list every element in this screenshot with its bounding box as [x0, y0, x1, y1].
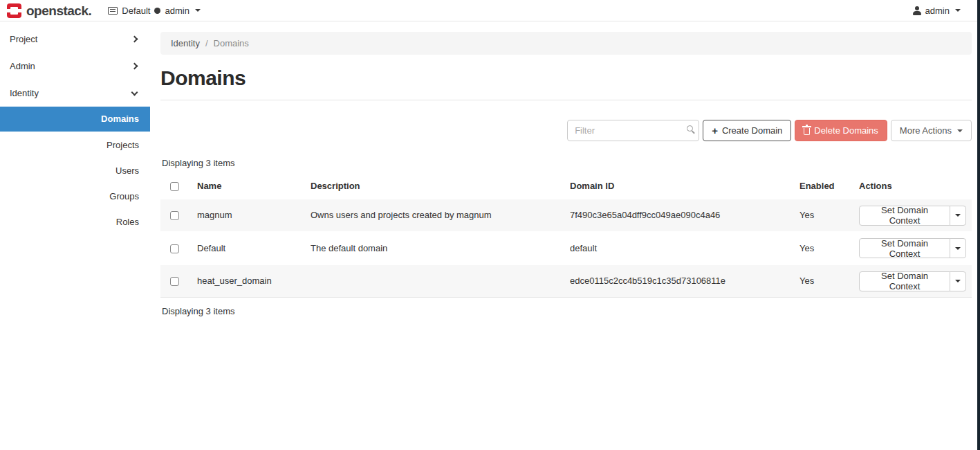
set-domain-context-button[interactable]: Set Domain Context	[859, 271, 950, 291]
row-actions: Set Domain Context	[859, 271, 966, 291]
sidebar-section-admin[interactable]: Admin	[0, 53, 150, 80]
sidebar-item-groups[interactable]: Groups	[0, 183, 150, 209]
row-checkbox[interactable]	[170, 277, 179, 286]
user-icon	[913, 6, 921, 15]
table-row: magnum Owns users and projects created b…	[160, 199, 972, 232]
column-header-actions: Actions	[853, 175, 972, 199]
domain-name-cell: magnum	[192, 199, 305, 232]
domain-description-cell: Owns users and projects created by magnu…	[305, 199, 564, 232]
create-domain-button[interactable]: + Create Domain	[703, 120, 791, 141]
domain-enabled-cell: Yes	[794, 232, 853, 265]
delete-domains-label: Delete Domains	[814, 125, 878, 136]
breadcrumb: Identity / Domains	[160, 32, 972, 55]
column-header-domain-id: Domain ID	[564, 175, 794, 199]
domain-enabled-cell: Yes	[794, 264, 853, 297]
domain-enabled-cell: Yes	[794, 199, 853, 232]
row-actions-dropdown-button[interactable]	[950, 271, 966, 291]
sidebar-section-project[interactable]: Project	[0, 26, 150, 53]
chevron-right-icon	[131, 36, 138, 43]
row-actions: Set Domain Context	[859, 238, 966, 258]
identity-submenu: Domains Projects Users Groups Roles	[0, 107, 150, 235]
bullet-separator-icon	[154, 8, 160, 14]
row-actions: Set Domain Context	[859, 206, 966, 226]
items-count-bottom: Displaying 3 items	[162, 306, 972, 316]
sidebar-section-identity[interactable]: Identity	[0, 80, 150, 107]
user-menu[interactable]: admin	[913, 6, 961, 16]
sidebar-item-domains[interactable]: Domains	[0, 107, 150, 132]
domains-table: Name Description Domain ID Enabled Actio…	[160, 175, 972, 298]
domain-list-icon	[108, 7, 118, 15]
column-header-enabled: Enabled	[794, 175, 853, 199]
chevron-down-icon	[955, 214, 961, 217]
set-domain-context-button[interactable]: Set Domain Context	[859, 238, 950, 258]
title-divider	[160, 100, 972, 100]
row-checkbox[interactable]	[170, 211, 179, 220]
sidebar-section-label: Admin	[10, 61, 35, 71]
search-icon	[687, 125, 693, 132]
brand-text: openstack.	[26, 4, 91, 17]
sidebar: Project Admin Identity Domains Projects …	[0, 21, 150, 449]
set-domain-context-button[interactable]: Set Domain Context	[859, 206, 950, 226]
username-label: admin	[925, 6, 950, 16]
domain-description-cell: The default domain	[305, 232, 564, 265]
column-header-name[interactable]: Name	[192, 175, 305, 199]
domain-id-cell: edce0115c2cc4b519c1c35d73106811e	[564, 264, 794, 297]
sidebar-section-label: Identity	[10, 88, 39, 98]
filter-input[interactable]	[567, 120, 699, 141]
column-header-description: Description	[305, 175, 564, 199]
openstack-brand[interactable]: openstack.	[7, 3, 91, 18]
table-row: heat_user_domain edce0115c2cc4b519c1c35d…	[160, 264, 972, 297]
table-toolbar: + Create Domain Delete Domains More Acti…	[160, 120, 972, 141]
row-actions-dropdown-button[interactable]	[950, 206, 966, 226]
page-title: Domains	[160, 66, 972, 90]
row-actions-dropdown-button[interactable]	[950, 238, 966, 258]
breadcrumb-current: Domains	[214, 38, 249, 48]
chevron-down-icon	[131, 89, 138, 96]
breadcrumb-separator: /	[205, 38, 208, 48]
chevron-down-icon	[195, 9, 201, 12]
chevron-down-icon	[955, 280, 961, 282]
domain-name-cell: heat_user_domain	[192, 264, 305, 297]
sidebar-item-projects[interactable]: Projects	[0, 132, 150, 158]
sidebar-item-roles[interactable]: Roles	[0, 209, 150, 235]
current-project-label: admin	[165, 6, 189, 16]
domain-name-cell: Default	[192, 232, 305, 265]
chevron-down-icon	[955, 9, 961, 12]
create-domain-label: Create Domain	[722, 125, 782, 136]
plus-icon: +	[712, 125, 718, 136]
domain-project-switcher[interactable]: Default admin	[108, 6, 201, 16]
domain-id-cell: default	[564, 232, 794, 265]
select-all-checkbox[interactable]	[170, 182, 179, 191]
more-actions-button[interactable]: More Actions	[891, 120, 972, 141]
table-row: Default The default domain default Yes S…	[160, 232, 972, 265]
chevron-right-icon	[131, 63, 138, 70]
domain-description-cell	[305, 264, 564, 297]
top-navbar: openstack. Default admin admin	[0, 0, 980, 21]
sidebar-section-label: Project	[10, 34, 37, 44]
current-domain-label: Default	[122, 6, 150, 16]
trash-icon	[804, 128, 810, 135]
breadcrumb-identity-link[interactable]: Identity	[171, 38, 200, 48]
domain-id-cell: 7f490c3e65a04dff9cc049ae090c4a46	[564, 199, 794, 232]
row-checkbox[interactable]	[170, 244, 179, 253]
table-header-row: Name Description Domain ID Enabled Actio…	[160, 175, 972, 199]
sidebar-item-users[interactable]: Users	[0, 158, 150, 183]
chevron-down-icon	[955, 247, 961, 250]
more-actions-label: More Actions	[900, 125, 952, 136]
filter-wrap	[567, 120, 699, 141]
delete-domains-button[interactable]: Delete Domains	[795, 120, 887, 141]
main-content: Identity / Domains Domains + Create Doma…	[150, 21, 980, 449]
openstack-logo-icon	[7, 3, 21, 18]
items-count-top: Displaying 3 items	[162, 158, 972, 168]
scrollbar-track[interactable]	[977, 0, 980, 450]
chevron-down-icon	[957, 129, 963, 132]
